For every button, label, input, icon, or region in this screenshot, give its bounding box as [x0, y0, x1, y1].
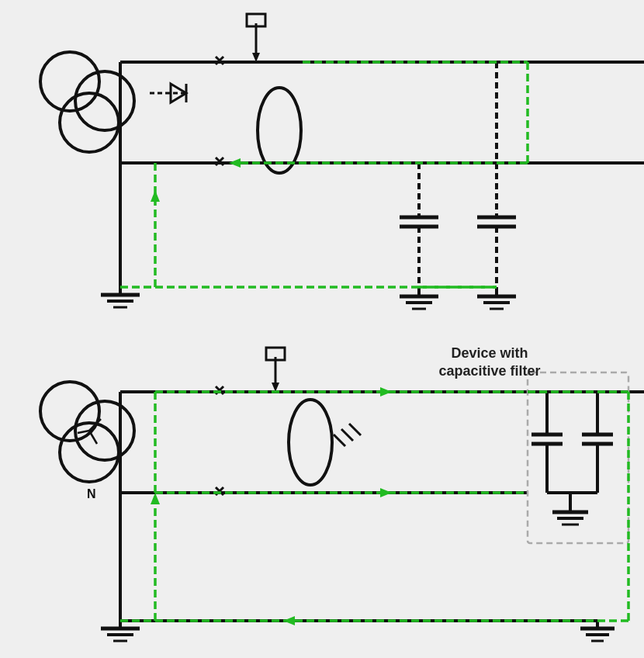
- svg-line-55: [78, 431, 89, 433]
- main-container: Device with capacitive filter N: [0, 0, 644, 658]
- svg-line-72: [341, 429, 353, 441]
- svg-marker-101: [380, 387, 392, 397]
- svg-marker-45: [229, 158, 241, 168]
- svg-point-3: [258, 88, 301, 173]
- svg-point-51: [75, 401, 134, 460]
- svg-line-54: [89, 431, 97, 444]
- svg-marker-105: [283, 616, 295, 625]
- svg-line-73: [349, 424, 361, 435]
- svg-marker-107: [380, 488, 392, 497]
- svg-line-71: [334, 435, 345, 446]
- svg-point-1: [75, 71, 134, 130]
- neutral-label: N: [87, 487, 96, 501]
- svg-point-70: [289, 400, 332, 485]
- circuit-diagram: [0, 0, 644, 658]
- svg-marker-109: [151, 493, 160, 504]
- device-label: Device with capacitive filter: [412, 345, 567, 381]
- svg-marker-47: [151, 190, 160, 202]
